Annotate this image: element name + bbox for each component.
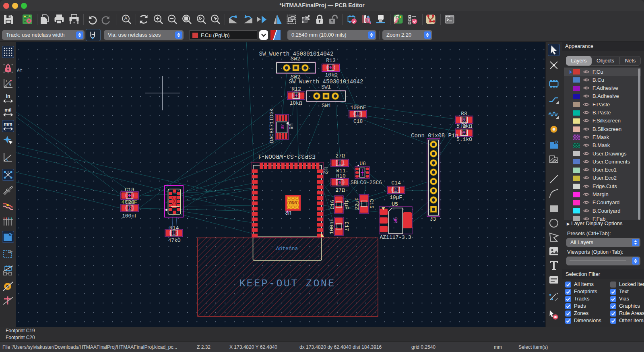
- svg-text:Conn_01x08_Pin: Conn_01x08_Pin: [411, 133, 458, 139]
- svg-text:100nF: 100nF: [350, 105, 366, 111]
- svg-text:100nF: 100nF: [122, 213, 138, 219]
- svg-text:R12: R12: [291, 93, 301, 99]
- svg-text:U5: U5: [392, 201, 398, 207]
- svg-text:ESP32-S3-WROOM-1: ESP32-S3-WROOM-1: [258, 153, 316, 159]
- svg-text:R13: R13: [326, 65, 335, 71]
- svg-text:in: in: [6, 93, 10, 99]
- svg-text:C20: C20: [125, 205, 134, 211]
- svg-text:C17: C17: [343, 222, 349, 231]
- svg-text:mil: mil: [4, 107, 11, 113]
- svg-text:27Ω: 27Ω: [335, 153, 345, 159]
- svg-text:C19: C19: [125, 193, 134, 199]
- svg-text:et: et: [17, 68, 23, 74]
- svg-text:22µF: 22µF: [354, 197, 360, 210]
- svg-text:C15: C15: [368, 199, 374, 208]
- svg-text:U2: U2: [322, 167, 328, 174]
- svg-text:R10: R10: [335, 180, 345, 186]
- svg-text:R11: R11: [335, 160, 345, 166]
- svg-text:Antenna: Antenna: [276, 246, 298, 252]
- svg-text:27Ω: 27Ω: [335, 187, 345, 193]
- svg-text:C14: C14: [391, 180, 401, 186]
- svg-text:C16: C16: [330, 200, 336, 209]
- svg-text:100nF: 100nF: [329, 218, 335, 234]
- svg-text:C19: C19: [125, 187, 134, 193]
- svg-text:47kΩ: 47kΩ: [168, 238, 180, 244]
- svg-text:R10: R10: [336, 173, 345, 179]
- svg-text:r: r: [6, 79, 7, 83]
- svg-text:SBLC6-2SC6: SBLC6-2SC6: [351, 180, 382, 186]
- svg-text:U8: U8: [281, 124, 285, 129]
- svg-text:C20: C20: [125, 199, 134, 205]
- svg-text:C14: C14: [391, 187, 400, 193]
- svg-text:SW2: SW2: [291, 56, 300, 62]
- svg-text:A: A: [124, 16, 127, 21]
- svg-text:R14: R14: [169, 230, 179, 236]
- svg-text:R12: R12: [291, 86, 301, 92]
- svg-text:U2: U2: [285, 209, 291, 215]
- svg-text:GND: GND: [289, 200, 297, 205]
- svg-text:mm: mm: [4, 121, 12, 127]
- svg-text:U6: U6: [359, 161, 366, 167]
- svg-text:10kΩ: 10kΩ: [289, 100, 302, 106]
- svg-text:10µF: 10µF: [390, 195, 402, 201]
- svg-text:C18: C18: [353, 111, 362, 117]
- svg-text:R9: R9: [461, 130, 467, 136]
- svg-text:DAC8571IDGK: DAC8571IDGK: [269, 108, 275, 143]
- svg-text:R9: R9: [461, 122, 468, 128]
- svg-text:R8: R8: [461, 111, 467, 117]
- svg-text:J3: J3: [430, 216, 436, 222]
- svg-text:10kΩ: 10kΩ: [325, 72, 337, 78]
- svg-text:5.1kΩ: 5.1kΩ: [456, 137, 472, 143]
- svg-text:KEEP-OUT ZONE: KEEP-OUT ZONE: [239, 278, 335, 290]
- svg-text:R13: R13: [326, 58, 335, 64]
- svg-text:SW1: SW1: [321, 84, 331, 90]
- svg-text:θ: θ: [9, 83, 11, 87]
- svg-text:AZ1117-3.3: AZ1117-3.3: [380, 234, 411, 240]
- svg-text:1µF: 1µF: [343, 200, 349, 209]
- svg-text:C18: C18: [353, 118, 363, 124]
- svg-text:SW1: SW1: [322, 103, 331, 109]
- svg-text:U8: U8: [288, 123, 294, 130]
